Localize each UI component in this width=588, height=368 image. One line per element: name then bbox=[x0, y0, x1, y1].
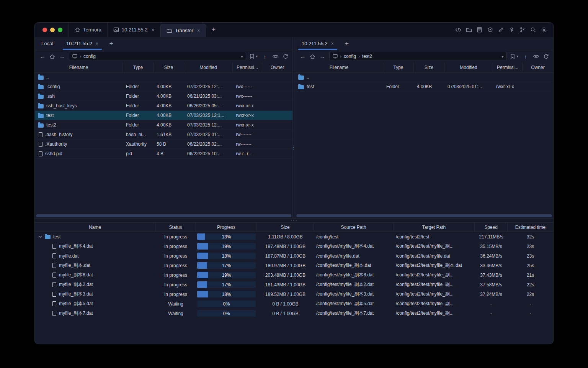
col-modified[interactable]: Modified bbox=[184, 62, 233, 72]
tab-termora[interactable]: Termora bbox=[69, 23, 108, 37]
home-icon[interactable] bbox=[310, 54, 315, 59]
col-filename[interactable]: Filename bbox=[35, 62, 123, 72]
settings-icon[interactable] bbox=[541, 26, 547, 33]
col-size[interactable]: Size bbox=[257, 223, 314, 232]
log-icon[interactable] bbox=[476, 26, 483, 33]
back-icon[interactable]: ← bbox=[39, 53, 46, 60]
branch-icon[interactable] bbox=[519, 26, 526, 33]
path-breadcrumb-field[interactable]: › config ▾ bbox=[69, 52, 246, 61]
col-permissions[interactable]: Permissi... bbox=[233, 62, 262, 72]
col-speed[interactable]: Speed bbox=[475, 223, 508, 232]
transfer-row-parent[interactable]: test In progress 13% 1.11GB / 8.00GB /co… bbox=[35, 232, 553, 242]
transfer-name: test bbox=[53, 234, 60, 240]
collapse-icon[interactable] bbox=[38, 235, 42, 238]
col-status[interactable]: Status bbox=[155, 223, 196, 232]
col-target-path[interactable]: Target Path bbox=[394, 223, 475, 232]
file-row-parent-dir[interactable]: .. bbox=[35, 72, 292, 82]
col-estimated-time[interactable]: Estimated time bbox=[508, 223, 553, 232]
chevron-down-icon[interactable]: ▾ bbox=[516, 54, 518, 58]
transfer-row[interactable]: myfile_副本3.dat In progress 18% 189.52MB … bbox=[35, 289, 553, 299]
horizontal-scrollbar[interactable] bbox=[296, 214, 552, 217]
edit-icon[interactable] bbox=[498, 26, 504, 33]
tab-remote-host[interactable]: 10.211.55.2 × bbox=[60, 37, 105, 50]
close-tab-icon[interactable]: × bbox=[331, 41, 334, 46]
progress-label: 19% bbox=[197, 272, 256, 278]
transfer-row[interactable]: myfile.dat In progress 18% 187.87MB / 1.… bbox=[35, 251, 553, 261]
close-tab-icon[interactable]: × bbox=[96, 41, 98, 46]
file-row-selected[interactable]: test Folder 4.00KB 07/03/2025 12:1... rw… bbox=[35, 111, 292, 120]
tab-host-10-211-55-2[interactable]: 10.211.55.2 × bbox=[108, 23, 160, 37]
code-icon[interactable] bbox=[455, 26, 461, 33]
breadcrumb-segment[interactable]: config bbox=[344, 54, 356, 59]
upload-icon[interactable]: ↑ bbox=[261, 53, 268, 60]
file-modified: 07/03/2025 12:... bbox=[184, 122, 233, 128]
forward-icon[interactable]: → bbox=[319, 53, 326, 60]
transfer-eta: 21s bbox=[508, 273, 553, 278]
path-breadcrumb-field[interactable]: › config › test2 ▾ bbox=[329, 52, 507, 61]
breadcrumb-segment[interactable]: test2 bbox=[362, 54, 372, 59]
progress-bar: 0% bbox=[197, 301, 256, 307]
transfer-row[interactable]: myfile_副本5.dat Waiting 0% 0 B / 1.00GB /… bbox=[35, 299, 553, 309]
transfer-row[interactable]: myfile_副本2.dat In progress 17% 181.43MB … bbox=[35, 280, 553, 289]
close-tab-icon[interactable]: × bbox=[197, 28, 200, 33]
new-window-tab-button[interactable]: + bbox=[206, 23, 221, 37]
folder-icon[interactable] bbox=[466, 26, 472, 33]
transfer-row[interactable]: myfile_副本6.dat In progress 19% 203.48MB … bbox=[35, 270, 553, 280]
col-type[interactable]: Type bbox=[123, 62, 154, 72]
col-owner[interactable]: Owner bbox=[262, 62, 292, 72]
col-progress[interactable]: Progress bbox=[196, 223, 257, 232]
pane-splitter[interactable]: ⋮ bbox=[292, 37, 295, 218]
tab-remote-host[interactable]: 10.211.55.2 × bbox=[295, 37, 340, 50]
file-row[interactable]: .bash_history bash_hi... 1.61KB 07/03/20… bbox=[35, 130, 292, 140]
file-row[interactable]: sshd.pid pid 4 B 06/22/2025 10:... rw-r-… bbox=[35, 149, 292, 159]
search-icon[interactable] bbox=[530, 26, 536, 33]
chevron-down-icon[interactable]: ▾ bbox=[241, 54, 243, 59]
minimize-window-button[interactable] bbox=[50, 28, 55, 32]
col-size[interactable]: Size bbox=[154, 62, 184, 72]
eye-icon[interactable] bbox=[533, 54, 539, 59]
col-permissions[interactable]: Permissi... bbox=[493, 62, 523, 72]
transfer-row[interactable]: myfile_副本.dat In progress 17% 180.97MB /… bbox=[35, 261, 553, 270]
transfer-splitter[interactable]: ··· bbox=[35, 218, 553, 223]
refresh-icon[interactable] bbox=[543, 54, 549, 59]
key-icon[interactable] bbox=[508, 26, 515, 33]
file-row[interactable]: test2 Folder 4.00KB 07/03/2025 12:... rw… bbox=[35, 120, 292, 130]
close-tab-icon[interactable]: × bbox=[151, 27, 154, 33]
bookmark-icon[interactable] bbox=[250, 54, 254, 59]
zoom-window-button[interactable] bbox=[58, 28, 62, 32]
target-path: /config/test2/test/myfile_副本.dat bbox=[394, 262, 475, 269]
new-pane-tab-button[interactable]: + bbox=[340, 37, 353, 50]
forward-icon[interactable]: → bbox=[59, 53, 65, 60]
file-row[interactable]: .ssh Folder 4.00KB 06/21/2025 03:... rwx… bbox=[35, 92, 292, 101]
file-row[interactable]: .Xauthority Xauthority 58 B 06/22/2025 0… bbox=[35, 140, 292, 149]
col-modified[interactable]: Modified bbox=[444, 62, 493, 72]
file-row[interactable]: ssh_host_keys Folder 4.00KB 06/26/2025 0… bbox=[35, 101, 292, 111]
refresh-icon[interactable] bbox=[283, 54, 288, 59]
file-row-parent-dir[interactable]: .. bbox=[295, 72, 553, 82]
col-filename[interactable]: Filename bbox=[295, 62, 383, 72]
tab-transfer[interactable]: Transfer × bbox=[160, 24, 206, 37]
record-icon[interactable] bbox=[487, 26, 493, 33]
chevron-down-icon[interactable]: ▾ bbox=[501, 54, 503, 59]
file-row[interactable]: .config Folder 4.00KB 07/02/2025 12:... … bbox=[35, 82, 292, 92]
close-window-button[interactable] bbox=[42, 28, 47, 32]
col-source-path[interactable]: Source Path bbox=[314, 223, 394, 232]
file-row[interactable]: test Folder 4.00KB 07/03/2025 01:... rwx… bbox=[295, 82, 553, 92]
eye-icon[interactable] bbox=[272, 54, 279, 59]
back-icon[interactable]: ← bbox=[299, 53, 306, 60]
chevron-down-icon[interactable]: ▾ bbox=[256, 54, 258, 58]
col-type[interactable]: Type bbox=[383, 62, 414, 72]
col-name[interactable]: Name bbox=[35, 223, 155, 232]
horizontal-scrollbar[interactable] bbox=[36, 214, 291, 217]
breadcrumb-segment[interactable]: config bbox=[83, 54, 96, 59]
bookmark-icon[interactable] bbox=[510, 54, 515, 59]
upload-icon[interactable]: ↑ bbox=[522, 53, 529, 60]
file-modified: 07/03/2025 01:... bbox=[444, 84, 493, 89]
home-icon[interactable] bbox=[49, 54, 55, 59]
tab-local[interactable]: Local bbox=[35, 37, 60, 50]
col-size[interactable]: Size bbox=[414, 62, 444, 72]
transfer-row[interactable]: myfile_副本4.dat In progress 19% 197.48MB … bbox=[35, 242, 553, 251]
col-owner[interactable]: Owner bbox=[523, 62, 553, 72]
new-pane-tab-button[interactable]: + bbox=[105, 37, 118, 50]
transfer-row[interactable]: myfile_副本7.dat Waiting 0% 0 B / 1.00GB /… bbox=[35, 309, 553, 318]
